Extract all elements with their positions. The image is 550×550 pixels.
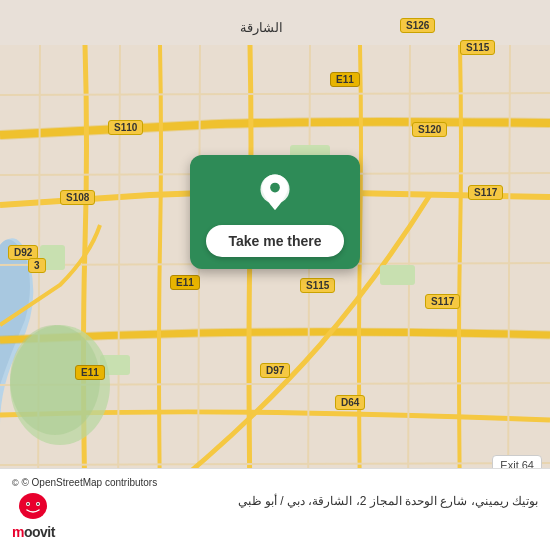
city-label: الشارقة — [240, 20, 283, 35]
take-me-there-container: Take me there — [190, 155, 360, 269]
road-label-e11-top: E11 — [330, 72, 360, 87]
road-label-d97: D97 — [260, 363, 290, 378]
road-label-e11-mid: E11 — [170, 275, 200, 290]
road-label-s115-mid: S115 — [300, 278, 335, 293]
svg-point-13 — [37, 503, 39, 505]
road-label-3: 3 — [28, 258, 46, 273]
moovit-face-icon — [18, 492, 48, 524]
road-label-s117-mid: S117 — [425, 294, 460, 309]
road-label-s108: S108 — [60, 190, 95, 205]
attribution-text: © OpenStreetMap contributors — [21, 477, 157, 488]
road-label-e11-low: E11 — [75, 365, 105, 380]
bottom-bar-content: moovit بوتيك ريميني، شارع الوحدة المجاز … — [12, 492, 538, 540]
attribution: © © OpenStreetMap contributors — [12, 477, 538, 488]
take-me-there-button[interactable]: Take me there — [206, 225, 343, 257]
road-label-s110: S110 — [108, 120, 143, 135]
svg-rect-4 — [380, 265, 415, 285]
road-label-s126: S126 — [400, 18, 435, 33]
svg-point-12 — [27, 503, 29, 505]
moovit-text: moovit — [12, 524, 55, 540]
svg-point-6 — [10, 325, 100, 435]
road-label-s115-top: S115 — [460, 40, 495, 55]
map-container: الشارقة S126 S115 E11 S110 S108 S120 S11… — [0, 0, 550, 550]
green-card: Take me there — [190, 155, 360, 269]
road-label-s120: S120 — [412, 122, 447, 137]
bottom-bar: © © OpenStreetMap contributors moov — [0, 468, 550, 550]
road-label-s117-right: S117 — [468, 185, 503, 200]
svg-point-8 — [270, 183, 280, 193]
moovit-logo: moovit — [12, 492, 55, 540]
road-label-d64: D64 — [335, 395, 365, 410]
svg-point-9 — [19, 493, 47, 519]
address-text: بوتيك ريميني، شارع الوحدة المجاز 2، الشا… — [55, 492, 538, 510]
location-pin-icon — [254, 173, 296, 215]
